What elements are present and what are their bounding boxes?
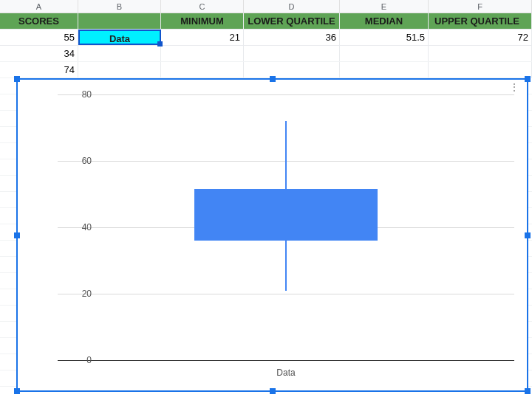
col-header-b[interactable]: B [78, 0, 161, 13]
data-row-1: 55 Data 21 36 51.5 72 [0, 30, 532, 46]
cell-score-1[interactable]: 55 [0, 30, 78, 45]
header-median[interactable]: MEDIAN [340, 13, 429, 29]
selected-cell[interactable]: Data [78, 30, 161, 45]
ytick-60: 60 [62, 156, 92, 166]
resize-handle-r[interactable] [525, 232, 531, 238]
resize-handle-t[interactable] [270, 76, 276, 82]
header-blank-b[interactable] [78, 13, 161, 29]
cell-minimum[interactable]: 21 [161, 30, 244, 45]
ytick-80: 80 [62, 89, 92, 100]
col-header-a[interactable]: A [0, 0, 78, 13]
plot-area: 0 20 40 60 80 Data [58, 94, 514, 360]
col-header-e[interactable]: E [340, 0, 429, 13]
boxplot-chart: ⋮ 0 20 40 60 80 Data [18, 80, 527, 390]
resize-handle-br[interactable] [525, 388, 531, 394]
resize-handle-tl[interactable] [14, 76, 20, 82]
selected-cell-text: Data [109, 33, 130, 44]
resize-handle-tr[interactable] [525, 76, 531, 82]
resize-handle-l[interactable] [14, 232, 20, 238]
chart-menu-icon[interactable]: ⋮ [509, 86, 519, 89]
gridline-20 [58, 294, 514, 294]
chart-selection-frame[interactable]: ⋮ 0 20 40 60 80 Data [16, 78, 528, 392]
resize-handle-bl[interactable] [14, 388, 20, 394]
cell-median[interactable]: 51.5 [340, 30, 429, 45]
x-axis-label: Data [276, 368, 295, 378]
column-headers-row: A B C D E F [0, 0, 532, 13]
header-upper-quartile[interactable]: UPPER QUARTILE [429, 13, 532, 29]
header-minimum[interactable]: MINIMUM [161, 13, 244, 29]
ytick-40: 40 [62, 222, 92, 232]
ytick-0: 0 [62, 355, 92, 365]
cell-upper-q[interactable]: 72 [429, 30, 532, 45]
col-header-c[interactable]: C [161, 0, 244, 13]
header-scores[interactable]: SCORES [0, 13, 78, 29]
ytick-20: 20 [62, 289, 92, 299]
gridline-0 [58, 360, 514, 361]
header-lower-quartile[interactable]: LOWER QUARTILE [244, 13, 340, 29]
col-header-f[interactable]: F [429, 0, 532, 13]
cell-lower-q[interactable]: 36 [244, 30, 340, 45]
col-header-d[interactable]: D [244, 0, 340, 13]
resize-handle-b[interactable] [270, 388, 276, 394]
gridline-80 [58, 94, 514, 95]
header-row: SCORES MINIMUM LOWER QUARTILE MEDIAN UPP… [0, 13, 532, 30]
boxplot-box [194, 189, 377, 241]
